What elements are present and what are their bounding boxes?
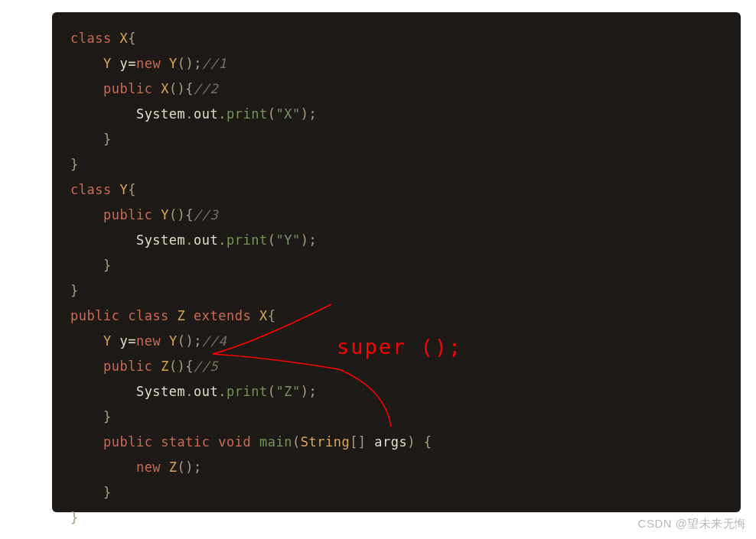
paren-open: ( [268,384,276,399]
keyword-new: new [136,459,161,475]
indent [70,409,103,424]
comment-1: //1 [202,56,226,71]
indent [70,56,103,71]
keyword-public: public [103,207,152,222]
keyword-class: class [70,182,112,197]
out: out [194,384,218,399]
indent [70,258,103,273]
ctor-y: Y [161,207,169,222]
brace: } [70,510,79,525]
op-eq: = [128,333,136,349]
parens: () [178,459,194,475]
ctor-z: Z [161,359,169,374]
parent-x: X [259,308,268,323]
array-brackets: [] [350,434,366,450]
method-print: print [226,232,268,248]
keyword-static: static [161,434,210,450]
var-y: y [119,56,128,71]
dot: . [218,384,226,399]
watermark: CSDN @望未来无悔 [638,517,747,531]
system: System [136,384,185,399]
type-string: String [301,434,350,450]
keyword-public: public [103,81,152,96]
parens: () [169,81,185,96]
code-block: class X{ Y y=new Y();//1 public X(){//2 … [52,12,741,512]
ctor-z: Z [169,459,178,475]
brace: { [185,359,194,374]
ctor-y: Y [169,333,178,349]
class-name-x: X [119,31,128,46]
keyword-extends: extends [194,308,251,323]
paren-open: ( [292,434,301,450]
indent [70,384,136,399]
string-z: "Z" [275,384,300,399]
paren-open: ( [268,232,276,248]
class-name-z: Z [178,308,186,323]
keyword-new: new [136,333,161,349]
paren-close: ) [407,434,415,450]
indent [70,132,103,147]
comment-2: //2 [194,81,218,96]
indent [70,485,103,500]
indent [70,459,136,475]
dot: . [185,384,194,399]
brace: } [103,409,112,424]
keyword-public: public [103,434,152,450]
semi: ; [308,232,317,248]
brace: { [128,31,136,46]
indent [70,106,136,122]
dot: . [218,106,226,122]
string-x: "X" [275,106,300,122]
paren-close: ) [301,232,309,248]
paren-close: ) [301,384,309,399]
param-args: args [374,434,407,450]
comment-4: //4 [202,333,226,349]
dot: . [218,232,226,248]
brace: } [70,157,79,172]
indent [70,232,136,248]
keyword-public: public [70,308,119,323]
keyword-new: new [136,56,161,71]
indent [70,434,103,450]
keyword-class: class [128,308,169,323]
keyword-class: class [70,31,112,46]
parens: () [169,359,185,374]
semi: ; [194,459,202,475]
parens: () [178,56,194,71]
op-eq: = [128,56,136,71]
annotation-super: super (); [337,335,462,359]
var-y: y [119,333,128,349]
brace: } [103,258,112,273]
brace: { [185,207,194,222]
semi: ; [194,333,202,349]
ctor-x: X [161,81,169,96]
semi: ; [308,106,317,122]
comment-3: //3 [194,207,218,222]
out: out [194,232,218,248]
parens: () [178,333,194,349]
method-main: main [259,434,292,450]
string-y: "Y" [275,232,300,248]
method-print: print [226,106,268,122]
brace: } [70,283,79,298]
brace: } [103,132,112,147]
class-name-y: Y [119,182,128,197]
brace: { [424,434,432,450]
brace: } [103,485,112,500]
indent [70,81,103,96]
keyword-void: void [218,434,251,450]
type-y: Y [103,56,112,71]
paren-close: ) [301,106,309,122]
paren-open: ( [268,106,276,122]
semi: ; [194,56,202,71]
brace: { [185,81,194,96]
ctor-y: Y [169,56,178,71]
keyword-public: public [103,359,152,374]
dot: . [185,106,194,122]
brace: { [128,182,136,197]
parens: () [169,207,185,222]
brace: { [268,308,276,323]
indent [70,359,103,374]
system: System [136,106,185,122]
dot: . [185,232,194,248]
